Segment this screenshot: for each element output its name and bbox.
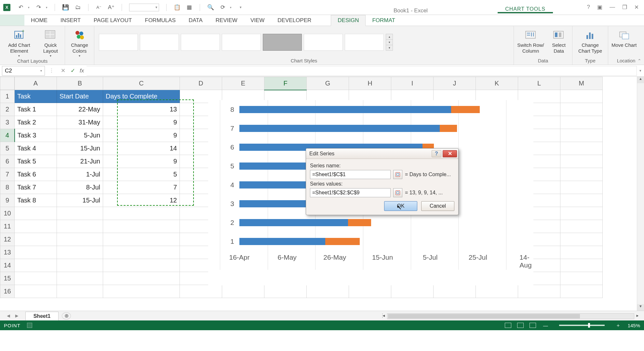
cell-A5[interactable]: Task 4	[15, 142, 57, 155]
restore-icon[interactable]: ❐	[622, 4, 627, 11]
worksheet[interactable]: ABCDEFGHIJKLM1TaskStart DateDays to Comp…	[0, 77, 644, 311]
col-head-G[interactable]: G	[307, 77, 349, 90]
cell-C9[interactable]: 12	[103, 194, 180, 207]
row-head-5[interactable]: 5	[0, 142, 15, 155]
cell-C15[interactable]	[103, 272, 180, 285]
cell-I16[interactable]	[391, 285, 434, 298]
row-head-1[interactable]: 1	[0, 90, 15, 103]
cell-B14[interactable]	[57, 259, 103, 272]
cell-F16[interactable]	[264, 285, 307, 298]
tab-home[interactable]: HOME	[24, 15, 54, 26]
preview-icon[interactable]: 🔍	[207, 4, 214, 11]
cell-A1[interactable]: Task	[15, 90, 57, 103]
zoom-out-icon[interactable]: —	[542, 323, 549, 328]
row-head-6[interactable]: 6	[0, 155, 15, 168]
cell-B9[interactable]: 15-Jul	[57, 194, 103, 207]
cell-M14[interactable]	[560, 259, 603, 272]
name-box[interactable]: C2 ▾	[2, 66, 45, 76]
row-head-13[interactable]: 13	[0, 246, 15, 259]
save-icon[interactable]: 💾	[62, 4, 69, 11]
dialog-close-icon[interactable]: ✕	[443, 150, 457, 157]
cell-C16[interactable]	[103, 285, 180, 298]
cell-A11[interactable]	[15, 220, 57, 233]
tab-design[interactable]: DESIGN	[331, 15, 366, 26]
cell-M2[interactable]	[560, 103, 603, 116]
tab-scroll-right-icon[interactable]: ►	[14, 313, 20, 319]
font-size-picker[interactable]: ▾	[129, 4, 159, 11]
chart-bar-days[interactable]	[451, 106, 480, 113]
zoom-in-icon[interactable]: ＋	[614, 322, 622, 329]
row-head-15[interactable]: 15	[0, 272, 15, 285]
ribbon-display-options-icon[interactable]: ▣	[597, 4, 602, 11]
series-values-input[interactable]: =Sheet1!$C$2:$C$9	[310, 188, 391, 197]
chart-bar-days[interactable]	[348, 219, 371, 226]
cell-A14[interactable]	[15, 259, 57, 272]
tab-format[interactable]: FORMAT	[366, 15, 402, 26]
tab-formulas[interactable]: FORMULAS	[139, 15, 182, 26]
refresh-icon[interactable]: ⟳	[220, 4, 226, 11]
new-sheet-icon[interactable]: ⊕	[62, 312, 71, 319]
cell-B3[interactable]: 31-May	[57, 116, 103, 129]
gallery-scroll[interactable]: ▴▾▾	[386, 34, 393, 51]
cell-D16[interactable]	[180, 285, 222, 298]
row-head-10[interactable]: 10	[0, 207, 15, 220]
cell-C6[interactable]: 9	[103, 155, 180, 168]
series-values-range-picker-icon[interactable]	[393, 188, 402, 197]
chart-bar-start[interactable]	[239, 238, 325, 245]
chart-styles-gallery[interactable]: ▴▾▾	[98, 27, 510, 57]
page-layout-view-icon[interactable]	[517, 323, 524, 328]
move-chart-button[interactable]: Move Chart	[611, 27, 637, 48]
sheet-tab-sheet1[interactable]: Sheet1	[25, 312, 59, 320]
formula-accept-icon[interactable]: ✓	[71, 67, 75, 74]
row-head-7[interactable]: 7	[0, 168, 15, 181]
col-head-I[interactable]: I	[391, 77, 434, 90]
tab-data[interactable]: DATA	[182, 15, 209, 26]
cell-L16[interactable]	[518, 285, 560, 298]
add-chart-element-button[interactable]: + Add Chart Element ▾	[3, 27, 35, 58]
tab-page-layout[interactable]: PAGE LAYOUT	[87, 15, 138, 26]
row-head-16[interactable]: 16	[0, 285, 15, 298]
cell-B12[interactable]	[57, 233, 103, 246]
cell-B5[interactable]: 15-Jun	[57, 142, 103, 155]
row-head-8[interactable]: 8	[0, 181, 15, 194]
chart-bar-days[interactable]	[440, 125, 457, 132]
cell-B2[interactable]: 22-May	[57, 103, 103, 116]
cell-B8[interactable]: 8-Jul	[57, 181, 103, 194]
cell-M16[interactable]	[560, 285, 603, 298]
cell-A7[interactable]: Task 6	[15, 168, 57, 181]
paste-icon[interactable]: 📋	[174, 4, 180, 11]
formula-bar[interactable]	[87, 66, 637, 76]
tab-view[interactable]: VIEW	[244, 15, 271, 26]
tab-insert[interactable]: INSERT	[54, 15, 87, 26]
dialog-help-icon[interactable]: ?	[432, 150, 441, 157]
quick-layout-button[interactable]: Quick Layout ▾	[40, 27, 61, 58]
cell-C12[interactable]	[103, 233, 180, 246]
cell-M10[interactable]	[560, 207, 603, 220]
cell-B6[interactable]: 21-Jun	[57, 155, 103, 168]
cell-C14[interactable]	[103, 259, 180, 272]
cell-C2[interactable]: 13	[103, 103, 180, 116]
select-all-button[interactable]	[0, 77, 15, 90]
col-head-J[interactable]: J	[434, 77, 476, 90]
col-head-L[interactable]: L	[518, 77, 560, 90]
chart-bar-start[interactable]	[239, 219, 348, 226]
row-head-9[interactable]: 9	[0, 194, 15, 207]
chart-bar-start[interactable]	[239, 106, 451, 113]
cell-A10[interactable]	[15, 207, 57, 220]
open-recent-icon[interactable]: 🗂	[74, 4, 81, 11]
cell-M1[interactable]	[560, 90, 603, 103]
cell-A2[interactable]: Task 1	[15, 103, 57, 116]
cell-M13[interactable]	[560, 246, 603, 259]
sheet-options-icon[interactable]: ▦	[186, 4, 193, 11]
cell-C13[interactable]	[103, 246, 180, 259]
row-head-2[interactable]: 2	[0, 103, 15, 116]
cell-C7[interactable]: 5	[103, 168, 180, 181]
page-break-view-icon[interactable]	[530, 323, 536, 328]
cell-M4[interactable]	[560, 129, 603, 142]
cell-A6[interactable]: Task 5	[15, 155, 57, 168]
cell-G16[interactable]	[307, 285, 349, 298]
cell-C3[interactable]: 9	[103, 116, 180, 129]
row-head-12[interactable]: 12	[0, 233, 15, 246]
row-head-3[interactable]: 3	[0, 116, 15, 129]
cell-B13[interactable]	[57, 246, 103, 259]
